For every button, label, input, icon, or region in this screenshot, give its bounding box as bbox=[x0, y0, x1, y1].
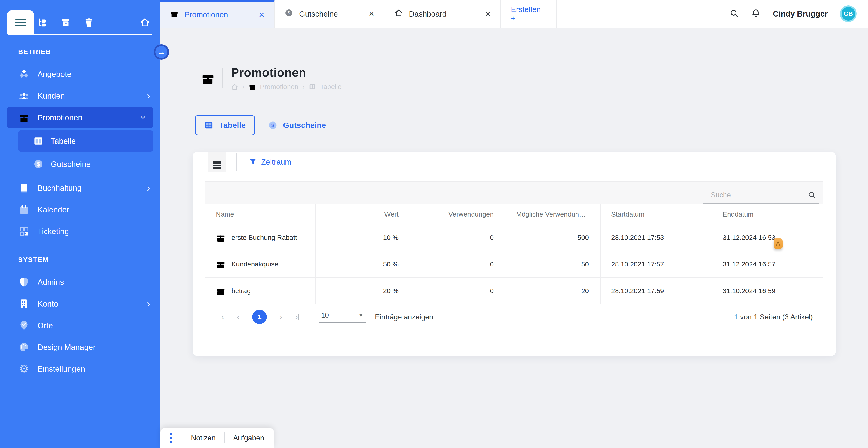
search-icon[interactable] bbox=[808, 191, 816, 199]
dock-item-notizen[interactable]: Notizen bbox=[191, 434, 216, 442]
map-pin-check-icon bbox=[18, 320, 30, 331]
sidebar-item-label: Kalender bbox=[37, 205, 69, 214]
search-input[interactable] bbox=[711, 191, 808, 199]
column-header-moegliche-verwendungen[interactable]: Mögliche Verwendun… bbox=[505, 204, 600, 224]
column-header-enddatum[interactable]: Enddatum bbox=[712, 204, 823, 224]
sidebar-item-einstellungen[interactable]: ⚙ Einstellungen bbox=[0, 358, 160, 380]
tab-gutscheine[interactable]: $ Gutscheine × bbox=[275, 0, 384, 28]
breadcrumb-item-promotionen[interactable]: Promotionen bbox=[260, 83, 298, 91]
sidebar-item-label: Promotionen bbox=[37, 113, 82, 122]
pagination: ‹ ‹ 1 › › 10 ▼ Einträge anzeigen 1 von 1… bbox=[205, 305, 823, 329]
sidebar-item-kalender[interactable]: Kalender bbox=[0, 199, 160, 221]
previous-page-button[interactable]: ‹ bbox=[237, 313, 240, 321]
sidebar-expand-button[interactable]: ↔ bbox=[154, 44, 169, 60]
calendar-icon bbox=[18, 204, 30, 215]
sidebar-divider bbox=[8, 34, 152, 35]
cell-verwendungen: 0 bbox=[410, 251, 505, 277]
sidebar-item-label: Design Manager bbox=[37, 343, 96, 352]
sidebar-item-angebote[interactable]: Angebote bbox=[0, 63, 160, 85]
cell-name: Kundenakquise bbox=[205, 251, 315, 277]
user-name[interactable]: Cindy Brugger bbox=[773, 9, 828, 18]
view-switch-tabelle[interactable]: Tabelle bbox=[195, 115, 255, 135]
svg-text:$: $ bbox=[272, 122, 274, 128]
column-header-name[interactable]: Name bbox=[205, 204, 315, 224]
search-icon[interactable] bbox=[730, 8, 739, 19]
trash-icon[interactable] bbox=[84, 17, 94, 28]
sidebar-item-orte[interactable]: Orte bbox=[0, 315, 160, 337]
table-icon bbox=[33, 136, 44, 146]
table-menu-button[interactable] bbox=[208, 152, 226, 172]
cell-enddatum: 31.12.2024 16:57 bbox=[712, 251, 823, 277]
tab-label: Gutscheine bbox=[299, 9, 338, 18]
home-icon[interactable] bbox=[231, 83, 238, 90]
tab-promotionen[interactable]: Promotionen × bbox=[160, 0, 275, 28]
tab-dashboard[interactable]: Dashboard × bbox=[384, 0, 501, 28]
building-icon bbox=[18, 298, 30, 309]
sidebar-item-ticketing[interactable]: Ticketing bbox=[0, 221, 160, 242]
sidebar-menu-toggle[interactable] bbox=[7, 10, 34, 34]
dock-item-aufgaben[interactable]: Aufgaben bbox=[233, 434, 264, 442]
cell-moegliche-verwendungen: 50 bbox=[505, 251, 600, 277]
sidebar-item-promotionen[interactable]: Promotionen › bbox=[7, 107, 153, 128]
page-size-select[interactable]: 10 ▼ bbox=[319, 311, 366, 323]
column-header-wert[interactable]: Wert bbox=[315, 204, 410, 224]
sidebar-subitem-gutscheine[interactable]: $ Gutscheine bbox=[0, 153, 160, 175]
sidebar-subitem-tabelle[interactable]: Tabelle bbox=[18, 130, 153, 152]
tab-bar: Promotionen × $ Gutscheine × Dashboard ×… bbox=[160, 0, 868, 28]
next-page-button[interactable]: › bbox=[279, 313, 282, 321]
gift-icon bbox=[216, 232, 225, 243]
table-search-strip bbox=[205, 181, 823, 204]
breadcrumb-separator: › bbox=[242, 83, 245, 91]
zeitraum-filter-button[interactable]: Zeitraum bbox=[249, 158, 291, 166]
sidebar-item-buchhaltung[interactable]: Buchhaltung › bbox=[0, 177, 160, 199]
view-switch-label: Gutscheine bbox=[283, 121, 326, 130]
close-icon[interactable]: × bbox=[259, 10, 264, 19]
breadcrumb-item-tabelle[interactable]: Tabelle bbox=[320, 83, 342, 91]
app-window: ↔ BETRIEB Angebote Kunden › Promotionen … bbox=[0, 0, 868, 448]
sidebar-item-label: Orte bbox=[37, 321, 53, 330]
page-size-value: 10 bbox=[321, 311, 329, 319]
home-icon[interactable] bbox=[140, 17, 150, 28]
gift-icon bbox=[170, 9, 179, 20]
sidebar-item-admins[interactable]: Admins bbox=[0, 271, 160, 293]
sidebar-item-kunden[interactable]: Kunden › bbox=[0, 85, 160, 107]
header-divider bbox=[222, 68, 223, 88]
sidebar-header bbox=[0, 0, 160, 34]
sidebar-item-design-manager[interactable]: Design Manager bbox=[0, 337, 160, 358]
view-switch-gutscheine[interactable]: $ Gutscheine bbox=[268, 121, 326, 130]
bottom-dock: Notizen Aufgaben bbox=[160, 428, 274, 448]
column-header-startdatum[interactable]: Startdatum bbox=[600, 204, 712, 224]
tab-erstellen[interactable]: Erstellen + bbox=[501, 0, 557, 28]
last-page-button[interactable]: › bbox=[295, 313, 299, 321]
kebab-menu-icon[interactable] bbox=[168, 431, 174, 445]
first-page-button[interactable]: ‹ bbox=[221, 313, 224, 321]
view-switch: Tabelle $ Gutscheine bbox=[195, 115, 868, 135]
cell-enddatum: 31.12.2024 16:53 A bbox=[712, 224, 823, 251]
table-row[interactable]: erste Buchung Rabatt 10 % 0 500 28.10.20… bbox=[205, 224, 823, 251]
table-row[interactable]: betrag 20 % 0 20 28.10.2021 17:59 31.10.… bbox=[205, 277, 823, 304]
table-row[interactable]: Kundenakquise 50 % 0 50 28.10.2021 17:57… bbox=[205, 251, 823, 277]
folder-tree-icon[interactable] bbox=[37, 17, 48, 28]
tab-label: Promotionen bbox=[184, 10, 228, 19]
bell-icon[interactable] bbox=[751, 8, 761, 19]
sidebar-item-label: Admins bbox=[37, 278, 64, 287]
voucher-badge-icon: $ bbox=[33, 159, 44, 169]
sidebar-item-konto[interactable]: Konto › bbox=[0, 293, 160, 315]
close-icon[interactable]: × bbox=[369, 9, 374, 18]
archive-box-icon[interactable] bbox=[61, 17, 71, 28]
tab-label: Erstellen + bbox=[511, 5, 546, 23]
column-header-verwendungen[interactable]: Verwendungen bbox=[410, 204, 505, 224]
close-icon[interactable]: × bbox=[485, 9, 491, 18]
tab-label: Dashboard bbox=[409, 9, 446, 18]
svg-text:$: $ bbox=[37, 161, 40, 167]
shield-icon bbox=[18, 277, 30, 288]
table-icon bbox=[309, 83, 316, 90]
table-icon bbox=[204, 121, 214, 130]
dock-divider bbox=[224, 432, 225, 444]
avatar[interactable]: CB bbox=[840, 5, 857, 22]
cell-wert: 10 % bbox=[315, 224, 410, 251]
breadcrumb: › Promotionen › Tabelle bbox=[231, 83, 342, 91]
current-page-button[interactable]: 1 bbox=[252, 310, 267, 324]
table-header-row: Name Wert Verwendungen Mögliche Verwendu… bbox=[205, 204, 823, 224]
page-size-label: Einträge anzeigen bbox=[375, 313, 433, 321]
